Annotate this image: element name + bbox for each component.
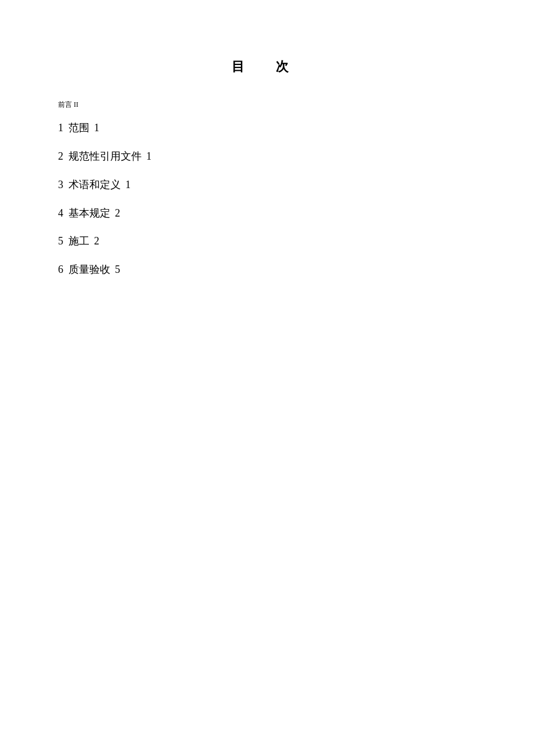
toc-item-text: 施工 (66, 235, 92, 247)
toc-item-text: 基本规定 (66, 207, 113, 219)
toc-item-number: 2 (58, 150, 63, 162)
page-container: 目 次 前言 II 1 范围 12 规范性引用文件 13 术语和定义 14 基本… (0, 0, 534, 756)
toc-item: 1 范围 1 (58, 120, 476, 136)
toc-item: 3 术语和定义 1 (58, 177, 476, 193)
title-section: 目 次 (58, 58, 476, 75)
toc-preface: 前言 II (58, 99, 476, 110)
toc-item-number: 1 (58, 122, 63, 134)
toc-item: 2 规范性引用文件 1 (58, 148, 476, 165)
toc-item-number: 5 (58, 235, 63, 247)
toc-item: 4 基本规定 2 (58, 205, 476, 222)
toc-item-text: 规范性引用文件 (66, 150, 144, 162)
preface-text: 前言 II (58, 100, 78, 109)
toc-item-text: 术语和定义 (66, 179, 123, 190)
toc-item-page: 1 (146, 150, 151, 162)
toc-item: 6 质量验收 5 (58, 261, 476, 278)
toc-item-page: 2 (94, 235, 99, 247)
toc-item: 5 施工 2 (58, 233, 476, 250)
toc-item-number: 3 (58, 179, 63, 190)
toc-item-page: 2 (115, 207, 120, 219)
toc-item-page: 1 (94, 122, 99, 134)
page-title: 目 次 (58, 58, 476, 75)
toc-item-number: 6 (58, 264, 63, 275)
toc-item-number: 4 (58, 207, 63, 219)
toc-list: 1 范围 12 规范性引用文件 13 术语和定义 14 基本规定 25 施工 2… (58, 120, 476, 278)
toc-item-text: 质量验收 (66, 264, 113, 275)
toc-item-page: 5 (115, 264, 120, 275)
toc-item-text: 范围 (66, 122, 92, 134)
toc-item-page: 1 (125, 179, 131, 190)
